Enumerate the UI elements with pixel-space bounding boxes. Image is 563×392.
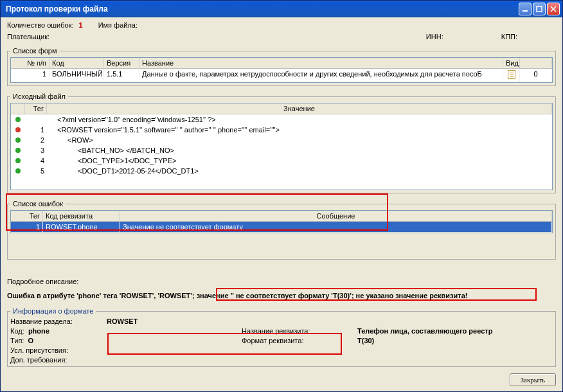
source-cell-text: <BATCH_NO> </BATCH_NO> bbox=[47, 146, 552, 155]
ok-dot-icon bbox=[15, 117, 21, 122]
ok-dot-icon bbox=[15, 168, 21, 174]
source-row[interactable]: 2<ROW> bbox=[11, 135, 552, 145]
forms-cell-code: БОЛЬНИЧНЫЙ bbox=[49, 69, 104, 82]
status-dot-cell bbox=[11, 115, 25, 124]
req-fmt-value: T(30) bbox=[357, 337, 553, 344]
errors-fieldset: Список ошибок Тег Код реквизита Сообщени… bbox=[7, 200, 556, 260]
error-dot-icon bbox=[15, 127, 21, 132]
forms-grid[interactable]: № п/п Код Версия Название Вид 1 БОЛЬНИЧН… bbox=[10, 57, 553, 83]
main-window: Протокол проверки файла Количество ошибо… bbox=[0, 0, 563, 392]
titlebar: Протокол проверки файла bbox=[1, 1, 562, 17]
source-grid[interactable]: Тег Значение <?xml version=''1.0'' encod… bbox=[10, 103, 553, 190]
section-label: Название раздела: bbox=[10, 317, 107, 325]
forms-col-name[interactable]: Название bbox=[139, 58, 503, 68]
forms-col-vid[interactable]: Вид bbox=[503, 58, 520, 68]
close-button[interactable] bbox=[547, 3, 560, 15]
format-info-legend: Информация о формате bbox=[10, 307, 96, 315]
forms-cell-name: Данные о факте, параметрах нетрудоспособ… bbox=[139, 69, 503, 82]
status-dot-cell bbox=[11, 166, 25, 175]
source-cell-text: <DOC_TYPE>1</DOC_TYPE> bbox=[47, 156, 552, 165]
code-label: Код: phone bbox=[10, 327, 107, 335]
source-row[interactable]: 1<ROWSET version=''1.5.1'' software='' '… bbox=[11, 125, 552, 135]
payer-label: Плательщик: bbox=[7, 33, 49, 40]
source-cell-num: 1 bbox=[25, 125, 47, 134]
errors-cell-msg: Значение не соответствует формату bbox=[120, 222, 552, 232]
req-name-value: Телефон лица, составляющего реестр bbox=[357, 327, 553, 335]
ok-dot-icon bbox=[15, 138, 21, 143]
error-count-value: 1 bbox=[79, 21, 83, 29]
presence-label: Усл. присутствия: bbox=[10, 346, 553, 354]
file-name-label: Имя файла: bbox=[98, 21, 138, 29]
source-cell-num: 3 bbox=[25, 146, 47, 155]
errors-grid[interactable]: Тег Код реквизита Сообщение 1 ROWSET.pho… bbox=[10, 210, 553, 233]
detail-label: Подробное описание: bbox=[7, 276, 556, 287]
summary-row-1: Количество ошибок: 1 Имя файла: bbox=[7, 21, 556, 29]
svg-rect-0 bbox=[523, 10, 528, 12]
format-info-fieldset: Информация о формате Название раздела: R… bbox=[7, 307, 556, 367]
source-cell-text: <DOC_DT1>2012-05-24</DOC_DT1> bbox=[47, 166, 552, 175]
section-value: ROWSET bbox=[107, 317, 553, 325]
req-name-label: Название реквизита: bbox=[242, 327, 357, 335]
source-col-tag[interactable]: Тег bbox=[25, 103, 47, 114]
source-row[interactable]: <?xml version=''1.0'' encoding=''windows… bbox=[11, 114, 552, 125]
forms-row[interactable]: 1 БОЛЬНИЧНЫЙ 1.5.1 Данные о факте, парам… bbox=[11, 69, 552, 82]
source-cell-text: <ROWSET version=''1.5.1'' software='' ''… bbox=[47, 125, 552, 134]
maximize-button[interactable] bbox=[533, 3, 546, 15]
forms-col-code[interactable]: Код bbox=[49, 58, 104, 68]
forms-col-num[interactable]: № п/п bbox=[11, 58, 49, 68]
source-grid-header: Тег Значение bbox=[11, 103, 552, 114]
errors-col-tag[interactable]: Тег bbox=[11, 211, 43, 221]
minimize-button[interactable] bbox=[519, 3, 532, 15]
svg-rect-1 bbox=[537, 6, 542, 12]
source-cell-num: 2 bbox=[25, 136, 47, 145]
forms-cell-version: 1.5.1 bbox=[104, 69, 139, 82]
kpp-label: КПП: bbox=[501, 33, 517, 40]
status-dot-cell bbox=[11, 146, 25, 155]
detail-text-row: Ошибка в атрибуте 'phone' тега 'ROWSET',… bbox=[7, 290, 556, 301]
summary-row-2: Плательщик: ИНН: КПП: bbox=[7, 33, 556, 40]
status-dot-cell bbox=[11, 156, 25, 165]
forms-grid-header: № п/п Код Версия Название Вид bbox=[11, 58, 552, 69]
forms-col-cnt[interactable] bbox=[520, 58, 552, 68]
forms-cell-num: 1 bbox=[11, 69, 49, 82]
errors-row[interactable]: 1 ROWSET.phone Значение не соответствует… bbox=[11, 222, 552, 233]
source-cell-text: <ROW> bbox=[47, 136, 552, 145]
extra-label: Доп. требования: bbox=[10, 356, 553, 364]
source-col-status bbox=[11, 103, 25, 114]
ok-dot-icon bbox=[15, 148, 21, 153]
forms-cell-vid bbox=[503, 69, 520, 82]
detail-prefix: Ошибка в атрибуте 'phone' тега 'ROWSET',… bbox=[7, 292, 197, 299]
source-cell-num: 4 bbox=[25, 156, 47, 165]
source-row[interactable]: 3<BATCH_NO> </BATCH_NO> bbox=[11, 145, 552, 156]
errors-col-msg[interactable]: Сообщение bbox=[120, 211, 552, 221]
source-cell-num bbox=[25, 115, 47, 124]
forms-col-version[interactable]: Версия bbox=[104, 58, 139, 68]
source-row[interactable]: 5<DOC_DT1>2012-05-24</DOC_DT1> bbox=[11, 166, 552, 176]
close-dialog-button[interactable]: Закрыть bbox=[510, 373, 556, 386]
footer: Закрыть bbox=[7, 371, 556, 386]
forms-fieldset: Список форм № п/п Код Версия Название Ви… bbox=[7, 47, 556, 86]
source-cell-num: 5 bbox=[25, 166, 47, 175]
forms-cell-cnt: 0 bbox=[520, 69, 552, 82]
document-icon bbox=[508, 70, 515, 79]
source-fieldset: Исходный файл Тег Значение <?xml version… bbox=[7, 93, 556, 193]
source-col-value[interactable]: Значение bbox=[47, 103, 552, 114]
inn-label: ИНН: bbox=[426, 33, 443, 40]
errors-col-req[interactable]: Код реквизита bbox=[43, 211, 120, 221]
status-dot-cell bbox=[11, 136, 25, 145]
content-area: Количество ошибок: 1 Имя файла: Плательщ… bbox=[1, 17, 562, 391]
errors-cell-tag: 1 bbox=[11, 222, 43, 232]
format-info-table: Название раздела: ROWSET Код: phone Назв… bbox=[10, 317, 553, 364]
req-fmt-label: Формат реквизита: bbox=[242, 337, 357, 344]
errors-grid-header: Тег Код реквизита Сообщение bbox=[11, 211, 552, 222]
status-dot-cell bbox=[11, 125, 25, 134]
source-row[interactable]: 4<DOC_TYPE>1</DOC_TYPE> bbox=[11, 156, 552, 166]
detail-highlight: значение '' не соответствует формату 'T(… bbox=[197, 292, 468, 299]
ok-dot-icon bbox=[15, 158, 21, 163]
errors-box: Список ошибок Тег Код реквизита Сообщени… bbox=[7, 197, 556, 263]
error-count-label: Количество ошибок: bbox=[7, 21, 74, 29]
window-buttons bbox=[519, 3, 560, 15]
errors-legend: Список ошибок bbox=[10, 200, 66, 208]
source-cell-text: <?xml version=''1.0'' encoding=''windows… bbox=[47, 115, 552, 124]
type-label: Тип: O bbox=[10, 337, 107, 344]
